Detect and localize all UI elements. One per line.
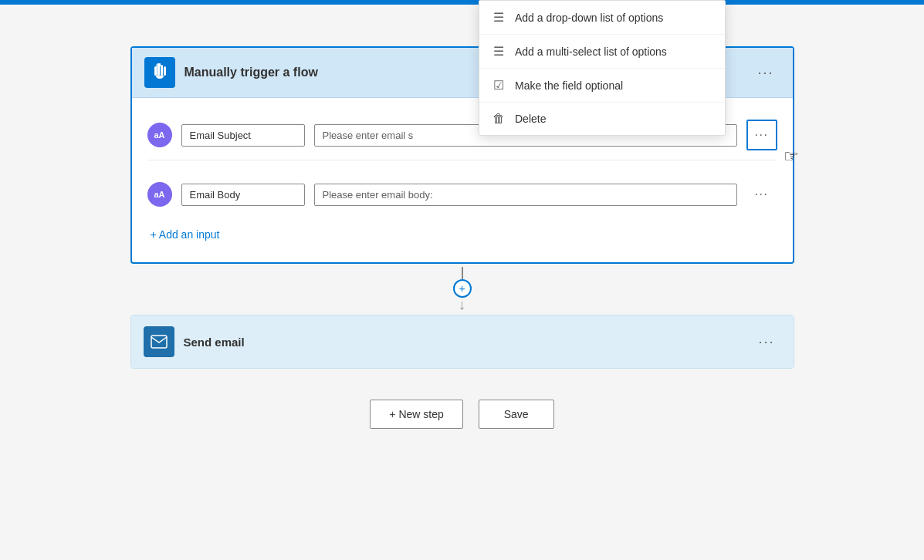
svg-rect-2 <box>164 66 166 76</box>
send-email-title: Send email <box>184 336 743 349</box>
send-email-header: Send email ··· <box>131 315 794 368</box>
email-body-avatar: aA <box>147 182 172 207</box>
plus-icon: + <box>459 282 465 295</box>
context-menu: ☰ Add a drop-down list of options ☰ Add … <box>479 0 726 136</box>
email-body-placeholder-input[interactable] <box>314 184 737 206</box>
svg-rect-4 <box>151 336 167 348</box>
email-subject-avatar: aA <box>147 123 172 147</box>
spacer <box>147 160 777 170</box>
menu-item-make-optional[interactable]: ☑ Make the field optional <box>479 69 725 103</box>
svg-rect-3 <box>154 66 157 76</box>
trigger-card-more-button[interactable]: ··· <box>751 62 780 84</box>
send-email-icon <box>144 326 174 357</box>
bottom-buttons: + New step Save <box>370 400 553 429</box>
multiselect-icon: ☰ <box>492 44 506 59</box>
checkbox-icon: ☑ <box>492 78 506 93</box>
trash-icon: 🗑 <box>492 112 506 126</box>
connector: + ↓ <box>453 267 472 312</box>
email-subject-more-button[interactable]: ··· <box>746 120 777 150</box>
canvas: ☰ Add a drop-down list of options ☰ Add … <box>0 0 924 560</box>
svg-rect-1 <box>161 65 163 76</box>
menu-item-make-optional-label: Make the field optional <box>515 79 623 92</box>
trigger-icon <box>144 57 175 88</box>
menu-item-delete[interactable]: 🗑 Delete <box>479 103 725 135</box>
send-email-card: Send email ··· <box>130 315 794 369</box>
send-email-more-button[interactable]: ··· <box>752 331 780 353</box>
menu-item-add-multiselect-label: Add a multi-select list of options <box>515 46 667 58</box>
menu-item-add-dropdown-label: Add a drop-down list of options <box>515 12 663 24</box>
email-body-row: aA ··· <box>147 170 777 219</box>
save-button[interactable]: Save <box>479 400 554 429</box>
menu-item-delete-label: Delete <box>515 113 546 125</box>
list-icon: ☰ <box>492 10 506 25</box>
arrow-icon: ↓ <box>459 298 465 312</box>
svg-rect-0 <box>157 63 160 76</box>
new-step-button[interactable]: + New step <box>370 400 462 429</box>
email-body-name-input[interactable] <box>181 184 305 206</box>
connector-line-top <box>462 267 463 279</box>
menu-item-add-dropdown[interactable]: ☰ Add a drop-down list of options <box>479 1 725 35</box>
menu-item-add-multiselect[interactable]: ☰ Add a multi-select list of options <box>479 35 725 69</box>
connector-plus-button[interactable]: + <box>453 279 472 298</box>
add-input-button[interactable]: + Add an input <box>147 219 223 250</box>
email-body-more-button[interactable]: ··· <box>746 179 777 210</box>
email-subject-name-input[interactable] <box>181 124 305 147</box>
